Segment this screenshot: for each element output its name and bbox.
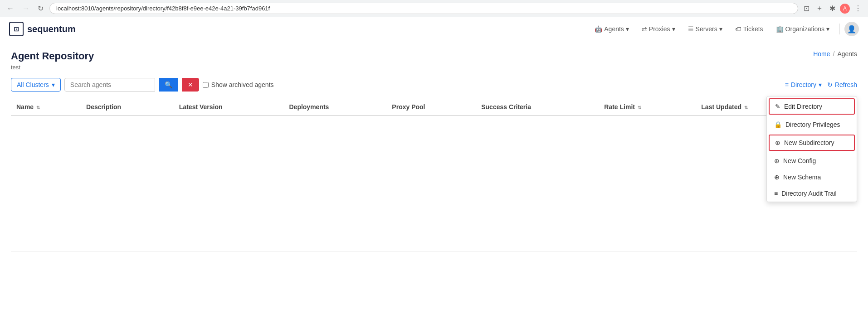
extension-btn-2[interactable]: ＋ <box>814 3 825 14</box>
col-latest-version: Latest Version <box>174 99 284 116</box>
nav-agents[interactable]: 🤖 Agents ▾ <box>589 23 634 35</box>
forward-button[interactable]: → <box>20 4 32 14</box>
col-description-label: Description <box>86 103 121 111</box>
breadcrumb-separator: / <box>833 50 835 58</box>
nav-proxies[interactable]: ⇄ Proxies ▾ <box>636 23 681 35</box>
breadcrumb-current: Agents <box>837 50 857 58</box>
edit-directory-label: Edit Directory <box>784 103 822 110</box>
col-success-criteria: Success Criteria <box>476 99 599 116</box>
col-deployments: Deployments <box>283 99 386 116</box>
col-rate-limit[interactable]: Rate Limit ⇅ <box>599 99 696 116</box>
new-subdirectory-icon: ⊕ <box>775 139 780 146</box>
extension-btn-1[interactable]: ⊡ <box>802 3 811 14</box>
organizations-icon: 🏢 <box>776 25 784 33</box>
breadcrumb-home[interactable]: Home <box>813 50 830 58</box>
col-name-label: Name <box>16 103 34 111</box>
col-rate-limit-label: Rate Limit <box>604 103 635 111</box>
user-avatar[interactable]: 👤 <box>844 22 859 36</box>
profile-btn[interactable]: A <box>840 4 850 14</box>
dropdown-item-new-config[interactable]: ⊕ New Config <box>767 153 857 169</box>
dropdown-item-edit-directory[interactable]: ✎ Edit Directory <box>769 98 855 115</box>
page-subtitle: test <box>11 64 857 71</box>
top-nav: ⊡ sequentum 🤖 Agents ▾ ⇄ Proxies ▾ ☰ Ser… <box>0 17 868 41</box>
nav-divider <box>839 24 840 34</box>
table-body <box>11 116 857 251</box>
extension-btn-3[interactable]: ✱ <box>828 3 837 14</box>
col-proxy-pool-label: Proxy Pool <box>392 103 425 111</box>
toolbar-right: ≡ Directory ▾ ↻ Refresh ✎ Edit Directory… <box>785 81 857 88</box>
last-updated-sort-icon: ⇅ <box>744 105 748 110</box>
proxies-icon: ⇄ <box>642 25 647 33</box>
archive-checkbox[interactable] <box>203 82 209 88</box>
archive-checkbox-label[interactable]: Show archived agents <box>203 81 274 88</box>
nav-tickets[interactable]: 🏷 Tickets <box>730 23 769 35</box>
archive-label: Show archived agents <box>211 81 274 88</box>
lock-icon: 🔒 <box>774 121 782 128</box>
browser-actions: ⊡ ＋ ✱ A ⋮ <box>802 3 863 14</box>
col-proxy-pool: Proxy Pool <box>386 99 476 116</box>
edit-directory-icon: ✎ <box>775 103 780 110</box>
cluster-chevron: ▾ <box>52 81 55 88</box>
col-last-updated-label: Last Updated <box>701 103 741 111</box>
logo: ⊡ sequentum <box>9 22 76 36</box>
refresh-label: Refresh <box>835 81 857 88</box>
col-description: Description <box>81 99 174 116</box>
page-content: Agent Repository Home / Agents test All … <box>0 41 868 261</box>
clear-button[interactable]: ✕ <box>182 78 199 92</box>
search-button[interactable]: 🔍 <box>159 78 178 92</box>
empty-area <box>11 116 857 251</box>
table-header: Name ⇅ Description Latest Version Deploy… <box>11 99 857 116</box>
col-success-criteria-label: Success Criteria <box>481 103 531 111</box>
col-deployments-label: Deployments <box>289 103 329 111</box>
table-header-row: Name ⇅ Description Latest Version Deploy… <box>11 99 857 116</box>
proxies-chevron: ▾ <box>672 25 675 33</box>
page-title: Agent Repository <box>11 50 94 62</box>
toolbar: All Clusters ▾ 🔍 ✕ Show archived agents … <box>11 78 857 92</box>
page-header: Agent Repository Home / Agents <box>11 50 857 62</box>
cluster-dropdown[interactable]: All Clusters ▾ <box>11 78 61 92</box>
directory-dropdown-menu: ✎ Edit Directory 🔒 Directory Privileges … <box>766 96 857 202</box>
audit-trail-icon: ≡ <box>774 190 778 197</box>
logo-icon: ⊡ <box>9 22 24 36</box>
breadcrumb: Home / Agents <box>813 50 857 58</box>
directory-audit-trail-label: Directory Audit Trail <box>781 190 836 197</box>
directory-privileges-label: Directory Privileges <box>785 121 840 128</box>
agents-icon: 🤖 <box>595 25 602 33</box>
browser-chrome: ← → ↻ localhost:8010/agents/repository/d… <box>0 0 868 17</box>
dropdown-item-directory-audit-trail[interactable]: ≡ Directory Audit Trail <box>767 185 857 202</box>
directory-label: Directory <box>791 81 816 88</box>
name-sort-icon: ⇅ <box>36 105 40 110</box>
col-latest-version-label: Latest Version <box>179 103 223 111</box>
servers-chevron: ▾ <box>719 25 722 33</box>
refresh-icon: ↻ <box>827 81 833 88</box>
directory-menu-icon: ≡ <box>785 81 789 88</box>
new-schema-icon: ⊕ <box>774 174 780 181</box>
nav-servers[interactable]: ☰ Servers ▾ <box>683 23 728 35</box>
new-schema-label: New Schema <box>783 174 821 181</box>
reload-button[interactable]: ↻ <box>35 3 46 14</box>
search-input[interactable] <box>64 78 155 92</box>
agents-chevron: ▾ <box>626 25 629 33</box>
servers-icon: ☰ <box>688 25 694 33</box>
rate-limit-sort-icon: ⇅ <box>638 105 641 110</box>
nav-organizations[interactable]: 🏢 Organizations ▾ <box>770 23 835 35</box>
directory-button[interactable]: ≡ Directory ▾ <box>785 81 822 88</box>
logo-text: sequentum <box>27 24 76 34</box>
nav-links: 🤖 Agents ▾ ⇄ Proxies ▾ ☰ Servers ▾ 🏷 Tic… <box>589 22 859 36</box>
new-config-icon: ⊕ <box>774 157 780 164</box>
back-button[interactable]: ← <box>5 4 16 14</box>
menu-btn[interactable]: ⋮ <box>853 3 863 14</box>
dropdown-item-new-subdirectory[interactable]: ⊕ New Subdirectory <box>769 135 855 151</box>
address-bar[interactable]: localhost:8010/agents/repository/directo… <box>49 3 798 14</box>
tickets-icon: 🏷 <box>735 25 741 33</box>
dropdown-item-directory-privileges[interactable]: 🔒 Directory Privileges <box>767 116 857 133</box>
data-table: Name ⇅ Description Latest Version Deploy… <box>11 99 857 252</box>
new-subdirectory-label: New Subdirectory <box>784 139 834 146</box>
new-config-label: New Config <box>783 157 816 164</box>
refresh-button[interactable]: ↻ Refresh <box>827 81 857 88</box>
col-name[interactable]: Name ⇅ <box>11 99 81 116</box>
directory-chevron: ▾ <box>819 81 822 88</box>
dropdown-item-new-schema[interactable]: ⊕ New Schema <box>767 169 857 185</box>
cluster-label: All Clusters <box>17 81 49 88</box>
organizations-chevron: ▾ <box>826 25 829 33</box>
